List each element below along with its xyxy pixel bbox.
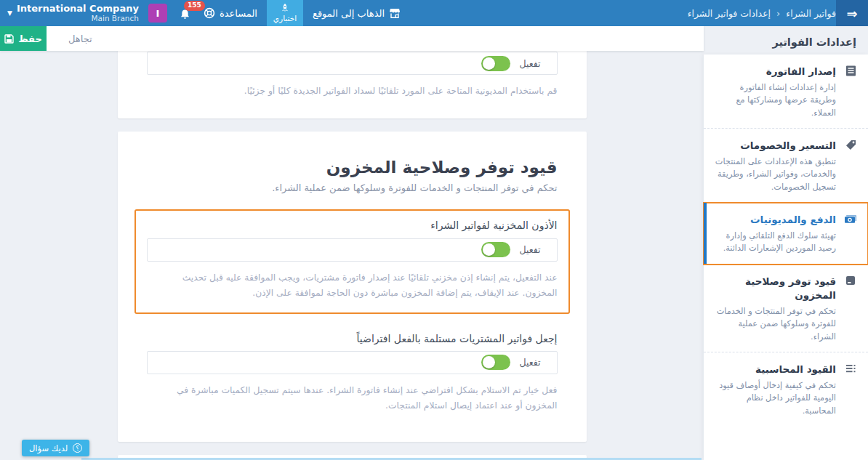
notifications-button[interactable]: 155 (177, 4, 194, 22)
sidebar-item-description: تحكم في توفر المنتجات و الخدمات للفوترة … (714, 305, 836, 344)
purchase-invoice-settings-page: ▼ International Company Main Branch I 15… (0, 0, 868, 460)
ledger-icon (843, 362, 858, 417)
auto-payment-toggle-row: تفعيل (147, 52, 558, 75)
payment-icon (843, 212, 858, 255)
stock-permissions-toggle-row: تفعيل (147, 238, 558, 262)
invoice-icon (843, 64, 858, 119)
discard-button[interactable]: تجاهل (68, 33, 92, 44)
auto-payment-description: قم باستخدام المديونية المتاحة على المورد… (147, 84, 558, 99)
breadcrumb-separator: ‹ (776, 8, 780, 19)
topbar: ▼ International Company Main Branch I 15… (0, 0, 868, 26)
floppy-disk-icon (4, 34, 14, 44)
breadcrumb-current: إعدادات فواتير الشراء (688, 8, 771, 19)
life-ring-icon (204, 7, 215, 19)
sidebar-item-label: قيود توفر وصلاحية المخزون (745, 275, 836, 302)
company-selector[interactable]: ▼ International Company Main Branch (7, 4, 139, 23)
have-a-question-button[interactable]: لديك سؤال ؟ (22, 440, 89, 456)
help-button[interactable]: المساعدة (204, 7, 257, 19)
received-by-default-label: إجعل فواتير المشتريات مستلمة بالفعل افتر… (147, 333, 558, 344)
sidebar-item-payment-debts[interactable]: الدفع والمديونيات تهيئة سلوك الدفع التلق… (704, 203, 868, 265)
sidebar-title: إعدادات الفواتير (704, 26, 868, 55)
go-to-site-button[interactable]: الذهاب إلى الموقع (313, 8, 401, 19)
question-mark-icon: ؟ (73, 443, 82, 453)
sidebar-item-invoice-issuing[interactable]: إصدار الفاتورة إدارة إعدادات إنشاء الفات… (704, 55, 868, 129)
avatar[interactable]: I (148, 4, 167, 23)
sidebar-item-inventory-constraints[interactable]: قيود توفر وصلاحية المخزون تحكم في توفر ا… (704, 265, 868, 353)
save-label: حفظ (18, 33, 42, 44)
stock-permissions-toggle[interactable] (481, 242, 510, 257)
sidebar-item-label: التسعير والخصومات (740, 140, 836, 151)
toggle-label: تفعيل (519, 58, 540, 69)
inventory-icon (843, 274, 858, 344)
card-subtitle: تحكم في توفر المنتجات و الخدمات للفوترة … (147, 182, 558, 193)
trial-tab[interactable]: اختباري (267, 0, 303, 26)
tag-icon (843, 138, 858, 193)
company-name: International Company (17, 4, 139, 15)
breadcrumb: فواتير الشراء ‹ إعدادات فواتير الشراء (678, 8, 836, 19)
sidebar-item-label: إصدار الفاتورة (766, 65, 836, 77)
sidebar-panel: إصدار الفاتورة إدارة إعدادات إنشاء الفات… (704, 55, 868, 460)
received-by-default-toggle-row: تفعيل (147, 351, 558, 374)
received-by-default-description: فعل خيار تم الاستلام بشكل افتراضي عند إن… (147, 383, 558, 413)
go-to-site-label: الذهاب إلى الموقع (313, 8, 385, 19)
double-arrow-icon: ⇒ (846, 6, 857, 21)
sidebar-item-description: إدارة إعدادات إنشاء الفاتورة وطريقة عرضه… (714, 81, 836, 120)
auto-payment-toggle[interactable] (481, 56, 510, 71)
notifications-count-badge: 155 (184, 1, 205, 11)
storefront-icon (389, 8, 401, 19)
help-label: المساعدة (220, 8, 257, 19)
chevron-down-icon: ▼ (7, 9, 12, 17)
sidebar-item-description: تحكم في كيفية إدخال أوصاف قيود اليومية ل… (714, 379, 836, 418)
received-by-default-toggle[interactable] (481, 355, 510, 370)
card-title: قيود توفر وصلاحية المخزون (147, 158, 558, 177)
actions-toolbar: حفظ تجاهل (0, 26, 704, 51)
sidebar-item-label: القيود المحاسبية (755, 363, 836, 375)
breadcrumb-parent[interactable]: فواتير الشراء (786, 8, 836, 19)
toggle-label: تفعيل (519, 357, 540, 368)
sidebar-item-description: تهيئة سلوك الدفع التلقائي وإدارة رصيد ال… (714, 230, 836, 255)
sidebar-item-pricing-discounts[interactable]: التسعير والخصومات تنطبق هذه الإعدادات عل… (704, 129, 868, 203)
sidebar-item-description: تنطبق هذه الإعدادات على المنتجات والخدما… (714, 156, 836, 194)
settings-sidebar: إعدادات الفواتير إصدار الفاتورة إدارة إع… (704, 26, 868, 460)
company-branch: Main Branch (91, 14, 138, 23)
toggle-label: تفعيل (519, 244, 540, 255)
main-content: تفعيل قم باستخدام المديونية المتاحة على … (0, 51, 704, 460)
auto-payment-card: تفعيل قم باستخدام المديونية المتاحة على … (118, 51, 587, 118)
stock-permissions-label: الأذون المخزنية لفواتير الشراء (147, 219, 558, 231)
highlighted-setting-box: الأذون المخزنية لفواتير الشراء تفعيل عند… (134, 209, 570, 314)
question-button-label: لديك سؤال (29, 443, 68, 453)
sidebar-item-accounting-entries[interactable]: القيود المحاسبية تحكم في كيفية إدخال أوص… (704, 352, 868, 426)
trial-label: اختباري (273, 14, 297, 23)
save-button[interactable]: حفظ (0, 26, 47, 51)
stock-permissions-description: عند التفعيل، يتم إنشاء إذن مخزني تلقائيً… (147, 270, 558, 301)
received-by-default-field: إجعل فواتير المشتريات مستلمة بالفعل افتر… (147, 333, 558, 413)
sidebar-item-label: الدفع والمديونيات (750, 214, 836, 225)
sidebar-collapse-button[interactable]: ⇒ (836, 0, 868, 26)
rocket-icon (281, 4, 289, 13)
inventory-constraints-card: قيود توفر وصلاحية المخزون تحكم في توفر ا… (118, 132, 587, 443)
